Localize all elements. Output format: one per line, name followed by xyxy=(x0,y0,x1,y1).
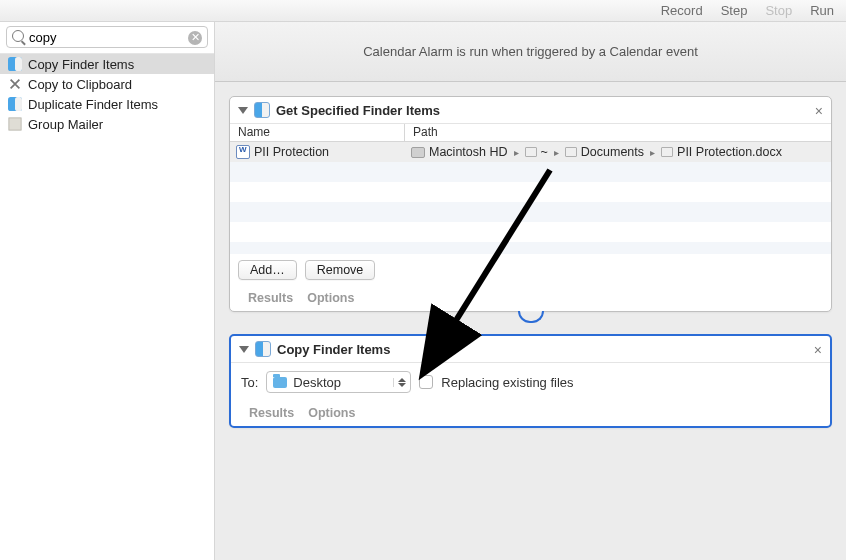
svg-rect-4 xyxy=(9,118,21,130)
banner-text: Calendar Alarm is run when triggered by … xyxy=(363,44,698,59)
stepper-icon xyxy=(393,378,406,387)
close-icon[interactable]: × xyxy=(814,342,822,358)
tools-icon xyxy=(8,77,22,91)
sidebar-item-copy-clipboard[interactable]: Copy to Clipboard xyxy=(0,74,214,94)
svg-rect-1 xyxy=(15,57,22,71)
action-title: Get Specified Finder Items xyxy=(276,103,440,118)
action-connector xyxy=(229,316,832,330)
crumb-home: ~ xyxy=(541,145,548,159)
folder-icon xyxy=(273,377,287,388)
toolbar: Record Step Stop Run xyxy=(0,0,846,22)
replace-checkbox[interactable] xyxy=(419,375,433,389)
action-body: To: Desktop Replacing existing files xyxy=(231,363,830,401)
sidebar-item-label: Group Mailer xyxy=(28,117,103,132)
destination-select[interactable]: Desktop xyxy=(266,371,411,393)
action-buttons: Add… Remove xyxy=(230,254,831,286)
action-header[interactable]: Get Specified Finder Items × xyxy=(230,97,831,124)
crumb-documents: Documents xyxy=(581,145,644,159)
file-icon xyxy=(661,147,673,157)
toolbar-run[interactable]: Run xyxy=(810,3,834,18)
options-tab[interactable]: Options xyxy=(307,291,354,305)
search-input[interactable] xyxy=(6,26,208,48)
file-name: PII Protection xyxy=(254,145,329,159)
remove-button[interactable]: Remove xyxy=(305,260,376,280)
action-footer: Results Options xyxy=(231,401,830,426)
workflow-canvas: Get Specified Finder Items × Name Path P… xyxy=(215,82,846,450)
close-icon[interactable]: × xyxy=(815,103,823,119)
action-header[interactable]: Copy Finder Items × xyxy=(231,336,830,363)
destination-value: Desktop xyxy=(293,375,341,390)
folder-icon xyxy=(525,147,537,157)
chevron-right-icon: ▸ xyxy=(514,147,519,158)
add-button[interactable]: Add… xyxy=(238,260,297,280)
sidebar-item-label: Copy Finder Items xyxy=(28,57,134,72)
sidebar-item-label: Copy to Clipboard xyxy=(28,77,132,92)
clear-search-icon[interactable]: ✕ xyxy=(188,31,202,45)
options-tab[interactable]: Options xyxy=(308,406,355,420)
action-title: Copy Finder Items xyxy=(277,342,390,357)
column-name[interactable]: Name xyxy=(230,124,405,141)
toolbar-stop: Stop xyxy=(765,3,792,18)
sidebar-item-group-mailer[interactable]: Group Mailer xyxy=(0,114,214,134)
svg-rect-3 xyxy=(15,97,22,111)
action-footer: Results Options xyxy=(230,286,831,311)
workflow-banner: Calendar Alarm is run when triggered by … xyxy=(215,22,846,82)
folder-icon xyxy=(565,147,577,157)
search-icon xyxy=(12,30,24,42)
action-body: Name Path PII Protection Macintosh HD xyxy=(230,124,831,286)
sidebar-item-duplicate-finder[interactable]: Duplicate Finder Items xyxy=(0,94,214,114)
toolbar-step[interactable]: Step xyxy=(721,3,748,18)
workflow-area: Calendar Alarm is run when triggered by … xyxy=(215,22,846,560)
results-tab[interactable]: Results xyxy=(249,406,294,420)
cell-path: Macintosh HD ▸ ~ ▸ Documents ▸ PII Prote… xyxy=(405,145,831,159)
toolbar-record[interactable]: Record xyxy=(661,3,703,18)
table-row[interactable]: PII Protection Macintosh HD ▸ ~ ▸ Docum xyxy=(230,142,831,162)
action-copy-finder-items[interactable]: Copy Finder Items × To: Desktop Replacin… xyxy=(229,334,832,428)
stamp-icon xyxy=(8,117,22,131)
action-get-specified-finder-items[interactable]: Get Specified Finder Items × Name Path P… xyxy=(229,96,832,312)
column-path[interactable]: Path xyxy=(405,124,831,141)
connector-notch-icon xyxy=(518,311,544,323)
crumb-file: PII Protection.docx xyxy=(677,145,782,159)
library-list: Copy Finder Items Copy to Clipboard Dupl… xyxy=(0,54,214,134)
hard-drive-icon xyxy=(411,147,425,158)
chevron-right-icon: ▸ xyxy=(650,147,655,158)
sidebar-item-label: Duplicate Finder Items xyxy=(28,97,158,112)
sidebar: ✕ Copy Finder Items Copy to Clipboard Du… xyxy=(0,22,215,560)
replace-label: Replacing existing files xyxy=(441,375,573,390)
sidebar-item-copy-finder[interactable]: Copy Finder Items xyxy=(0,54,214,74)
disclosure-triangle-icon[interactable] xyxy=(239,346,249,353)
search-wrap: ✕ xyxy=(0,22,214,54)
to-label: To: xyxy=(241,375,258,390)
crumb-hd: Macintosh HD xyxy=(429,145,508,159)
finder-icon xyxy=(254,102,270,118)
results-tab[interactable]: Results xyxy=(248,291,293,305)
cell-name: PII Protection xyxy=(230,145,405,159)
finder-icon xyxy=(8,57,22,71)
word-doc-icon xyxy=(236,145,250,159)
table-body[interactable]: PII Protection Macintosh HD ▸ ~ ▸ Docum xyxy=(230,142,831,254)
disclosure-triangle-icon[interactable] xyxy=(238,107,248,114)
table-header: Name Path xyxy=(230,124,831,142)
finder-icon xyxy=(8,97,22,111)
finder-icon xyxy=(255,341,271,357)
chevron-right-icon: ▸ xyxy=(554,147,559,158)
